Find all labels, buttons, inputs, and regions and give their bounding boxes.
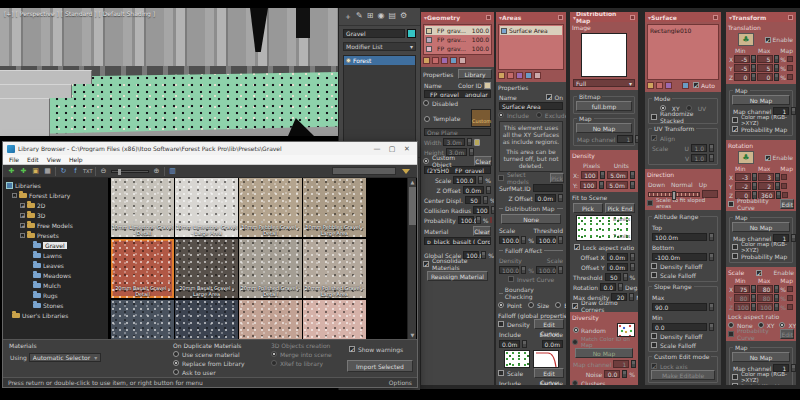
random-radio[interactable] bbox=[573, 327, 579, 333]
color-id-swatch[interactable] bbox=[484, 82, 491, 89]
areas-item-list[interactable]: Surface Area bbox=[498, 24, 564, 70]
clear-object-button[interactable]: Clear bbox=[474, 156, 492, 166]
custom-object-radio[interactable] bbox=[423, 158, 429, 164]
facebook-icon[interactable]: f bbox=[71, 167, 80, 176]
rotation-field[interactable]: 0.0 bbox=[600, 283, 616, 291]
spinner[interactable] bbox=[791, 234, 796, 242]
map-channel-spinner[interactable] bbox=[635, 135, 638, 143]
rotation-y-min-field[interactable]: -2 bbox=[735, 182, 751, 190]
rotation-probability-curve-checkbox[interactable] bbox=[728, 201, 734, 207]
geometry-item-list[interactable]: _FP_grav...100.0 _FP_grav...100.0 _FP_gr… bbox=[423, 24, 492, 55]
hierarchy-tab-icon[interactable]: ⊞ bbox=[367, 11, 374, 22]
direction-slider-handle[interactable] bbox=[672, 191, 676, 200]
slope-max-spinner[interactable] bbox=[709, 303, 714, 311]
rotation-map-button[interactable]: No Map bbox=[732, 222, 790, 232]
scale-x-map-slot[interactable] bbox=[787, 286, 793, 292]
translation-probability-map-checkbox[interactable] bbox=[732, 126, 738, 132]
scale-color-map-checkbox[interactable] bbox=[732, 374, 738, 380]
rotation-enable-checkbox[interactable] bbox=[765, 155, 771, 161]
create-tab-icon[interactable]: ＋ bbox=[344, 11, 352, 22]
scale-y-map-slot[interactable] bbox=[787, 295, 793, 301]
modifier-stack[interactable]: Forest bbox=[343, 55, 416, 143]
clear-material-button[interactable]: Clear bbox=[473, 226, 491, 236]
density-x-units-field[interactable]: 5.0m bbox=[607, 171, 628, 179]
pick-start-button[interactable]: Pick Start bbox=[573, 203, 603, 213]
scale-x-min-field[interactable]: 75 bbox=[734, 285, 750, 293]
density-y-units-field[interactable]: 5.0m bbox=[606, 181, 627, 189]
translation-x-map-slot[interactable] bbox=[787, 56, 793, 62]
viewport-label[interactable]: [+] [ Perspective ] [ Standard ] [ Defau… bbox=[4, 10, 155, 17]
altitude-bottom-field[interactable]: -100.0m bbox=[652, 253, 707, 261]
width-spinner[interactable] bbox=[467, 138, 472, 146]
preset-thumbnail[interactable]: 20mm Polished Gravel - Large Area bbox=[303, 239, 366, 298]
offset-x-field[interactable]: 0.0m bbox=[607, 253, 628, 261]
preset-thumbnail[interactable] bbox=[111, 300, 174, 339]
offset-x-spinner[interactable] bbox=[630, 253, 635, 261]
threshold-spinner[interactable] bbox=[623, 273, 628, 281]
scale-probability-map-checkbox[interactable] bbox=[732, 383, 738, 385]
lock-xy-radio[interactable] bbox=[758, 322, 764, 328]
add-area-icon[interactable] bbox=[498, 72, 505, 79]
z-offset-spinner[interactable] bbox=[486, 186, 491, 194]
disabled-radio[interactable] bbox=[423, 100, 429, 106]
modify-tab-icon[interactable]: ✎ bbox=[356, 11, 363, 22]
offset-y-field[interactable]: 0.0m bbox=[607, 263, 628, 271]
invert-curve-checkbox[interactable] bbox=[508, 276, 514, 282]
preset-thumbnail[interactable]: 20mm Basalt Gravel - Large Area bbox=[175, 239, 238, 298]
falloff-scale-checkbox[interactable] bbox=[498, 370, 504, 376]
lock-axis-checkbox[interactable] bbox=[651, 363, 657, 369]
area-dist-map-button[interactable]: None bbox=[501, 214, 561, 224]
density-y-units-spinner[interactable] bbox=[630, 181, 635, 189]
geometry-list-row[interactable]: _FP_grav...100.0 bbox=[425, 26, 490, 35]
auto-checkbox[interactable] bbox=[693, 82, 699, 88]
noise-field[interactable]: 0.0 bbox=[604, 370, 620, 378]
geometry-list-row[interactable]: _FP_grav...100.0 bbox=[425, 44, 490, 53]
expand-icon[interactable]: + bbox=[20, 203, 25, 208]
uv-scale-u-field[interactable]: 1.0 bbox=[691, 144, 707, 152]
preset-thumbnail[interactable] bbox=[175, 300, 238, 339]
uv-scale-v-field[interactable]: 1.0 bbox=[691, 154, 707, 162]
density-x-units-spinner[interactable] bbox=[630, 171, 635, 179]
align-checkbox[interactable] bbox=[651, 135, 657, 141]
area-name-field[interactable]: Surface Area bbox=[499, 102, 563, 110]
add-folder-icon[interactable]: ✚ bbox=[19, 167, 28, 176]
probability-map-icon[interactable] bbox=[490, 217, 492, 223]
spinner[interactable] bbox=[791, 364, 796, 372]
pick-button[interactable]: Pick bbox=[550, 173, 564, 183]
areas-header[interactable]: Areas bbox=[496, 12, 566, 22]
slope-density-falloff-checkbox[interactable] bbox=[651, 333, 657, 339]
translation-y-map-slot[interactable] bbox=[787, 65, 793, 71]
area-on-checkbox[interactable] bbox=[546, 94, 552, 100]
rotation-x-max-field[interactable]: 3 bbox=[758, 173, 774, 181]
noise-spinner[interactable] bbox=[622, 370, 627, 378]
motion-tab-icon[interactable]: ◉ bbox=[377, 11, 384, 22]
lock-aspect-checkbox[interactable] bbox=[574, 244, 580, 250]
geometry-header[interactable]: Geometry bbox=[421, 12, 494, 22]
altitude-density-falloff-checkbox[interactable] bbox=[651, 263, 657, 269]
scale-y-max-field[interactable]: 80 bbox=[757, 294, 773, 302]
translation-color-map-checkbox[interactable] bbox=[732, 117, 738, 123]
scale-fit-checkbox[interactable] bbox=[647, 200, 653, 206]
map-channel-field[interactable]: 1 bbox=[617, 135, 633, 143]
spinner[interactable] bbox=[751, 285, 756, 293]
distribution-preset-dropdown[interactable]: Full▾ bbox=[573, 79, 635, 87]
ask-to-user-radio[interactable] bbox=[173, 369, 179, 375]
rotation-x-map-slot[interactable] bbox=[781, 174, 787, 180]
tree-item-stones[interactable]: Stones bbox=[3, 300, 108, 310]
zoom-out-icon[interactable]: ⊖ bbox=[99, 167, 108, 176]
maximize-icon[interactable]: ▢ bbox=[386, 145, 398, 153]
open-folder-icon[interactable]: ▣ bbox=[31, 167, 40, 176]
rotation-edit-curve-button[interactable]: Edit bbox=[780, 199, 794, 209]
pick-end-button[interactable]: Pick End bbox=[605, 203, 635, 213]
spinner[interactable] bbox=[775, 182, 780, 190]
area-list-row[interactable]: Surface Area bbox=[500, 26, 562, 35]
menu-help[interactable]: Help bbox=[69, 156, 83, 163]
mode-uv-radio[interactable] bbox=[686, 105, 692, 111]
map-button[interactable]: No Map bbox=[576, 123, 632, 133]
mode-xy-radio[interactable] bbox=[660, 105, 666, 111]
spinner[interactable] bbox=[774, 64, 779, 72]
utilities-tab-icon[interactable]: ⚙ bbox=[400, 11, 407, 22]
spinner[interactable] bbox=[775, 173, 780, 181]
preset-thumbnail[interactable]: 10mm Limestone Gravel - Large Area bbox=[175, 178, 238, 237]
expand-icon[interactable]: + bbox=[20, 223, 25, 228]
